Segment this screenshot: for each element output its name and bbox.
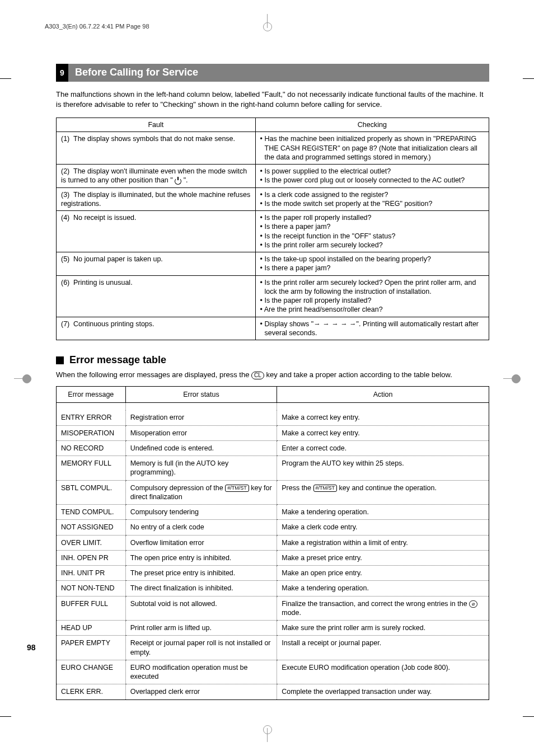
- tmst-key-icon: #/TM/ST: [225, 485, 249, 492]
- tick-mark: [0, 78, 11, 79]
- error-section-title: Error message table: [69, 354, 166, 367]
- error-status-cell: Misoperation error: [125, 425, 277, 440]
- error-action-cell: Enter a correct code.: [277, 440, 489, 456]
- tick-mark: [523, 78, 534, 79]
- crop-mark-top: [261, 17, 273, 28]
- error-status-cell: The open price entry is inhibited.: [125, 550, 277, 565]
- error-status-cell: Undefined code is entered.: [125, 440, 277, 456]
- error-msg-cell: HEAD UP: [57, 621, 126, 636]
- error-section-intro: When the following error messages are di…: [56, 370, 489, 380]
- error-action-cell: Make a registration within a limit of en…: [277, 535, 489, 550]
- error-msg-cell: TEND COMPUL.: [57, 505, 126, 520]
- error-status-cell: The direct finalization is inhibited.: [125, 581, 277, 596]
- error-status-cell: Registration error: [125, 410, 277, 425]
- error-section-header: Error message table: [56, 354, 489, 367]
- error-status-cell: Overflow limitation error: [125, 535, 277, 550]
- page-meta-header: A303_3(En) 06.7.22 4:41 PM Page 98: [45, 22, 506, 30]
- error-action-cell: Program the AUTO key within 25 steps.: [277, 456, 489, 481]
- cl-key-icon: CL: [251, 372, 264, 379]
- error-status-cell: Print roller arm is lifted up.: [125, 621, 277, 636]
- error-action-cell: Make sure the print roller arm is surely…: [277, 621, 489, 636]
- crop-mark-bottom: [261, 728, 273, 739]
- error-status-cell: The preset price entry is inhibited.: [125, 566, 277, 581]
- tmst-key-icon: #/TM/ST: [313, 485, 338, 492]
- error-action-cell: Complete the overlapped transaction unde…: [277, 684, 489, 699]
- error-msg-cell: MEMORY FULL: [57, 456, 126, 481]
- error-action-cell: Make a correct key entry.: [277, 410, 489, 425]
- error-status-cell: Overlapped clerk error: [125, 684, 277, 699]
- section-title: Before Calling for Service: [68, 64, 489, 81]
- fault-cell: (4)No receipt is issued.: [57, 211, 256, 252]
- error-msg-cell: ENTRY ERROR: [57, 410, 126, 425]
- checking-cell: • Display shows "→ → → → →". Printing wi…: [255, 317, 489, 340]
- error-msg-cell: NO RECORD: [57, 440, 126, 456]
- tick-mark: [523, 716, 534, 717]
- error-status-cell: Compulsory tendering: [125, 505, 277, 520]
- error-msg-cell: NOT NON-TEND: [57, 581, 126, 596]
- error-msg-cell: SBTL COMPUL.: [57, 480, 126, 505]
- error-table-header-msg: Error message: [57, 386, 126, 402]
- error-action-cell: Make a tendering operation.: [277, 505, 489, 520]
- fault-cell: (1)The display shows symbols that do not…: [57, 132, 256, 165]
- error-action-cell: Make a correct key entry.: [277, 425, 489, 440]
- error-action-cell: Make a preset price entry.: [277, 550, 489, 565]
- error-table: Error message Error status Action ENTRY …: [56, 386, 489, 700]
- error-msg-cell: OVER LIMIT.: [57, 535, 126, 550]
- error-msg-cell: EURO CHANGE: [57, 660, 126, 684]
- error-action-cell: Make an open price entry.: [277, 566, 489, 581]
- bullet-square-icon: [56, 356, 64, 364]
- error-msg-cell: MISOPERATION: [57, 425, 126, 440]
- fault-cell: (5)No journal paper is taken up.: [57, 252, 256, 276]
- checking-cell: • Is the paper roll properly installed?•…: [255, 211, 489, 252]
- checking-cell: • Is the print roller arm securely locke…: [255, 275, 489, 317]
- error-status-cell: Receipt or journal paper roll is not ins…: [125, 636, 277, 660]
- error-status-cell: No entry of a clerk code: [125, 520, 277, 535]
- checking-cell: • Is the take-up spool installed on the …: [255, 252, 489, 276]
- error-action-cell: Execute EURO modification operation (Job…: [277, 660, 489, 684]
- fault-cell: (6)Printing is unusual.: [57, 275, 256, 317]
- fault-cell: (7)Continuous printing stops.: [57, 317, 256, 340]
- error-action-cell: Make a tendering operation.: [277, 581, 489, 596]
- tick-mark: [0, 716, 11, 717]
- error-msg-cell: INH. OPEN PR: [57, 550, 126, 565]
- fault-table-header-checking: Checking: [255, 118, 489, 132]
- crop-mark-right: [506, 373, 517, 384]
- error-status-cell: Memory is full (in the AUTO key programm…: [125, 456, 277, 481]
- checking-cell: • Is power supplied to the electrical ou…: [255, 165, 489, 188]
- fault-cell: (2)The display won't illuminate even whe…: [57, 165, 256, 188]
- checking-cell: • Has the machine been initialized prope…: [255, 132, 489, 165]
- error-action-cell: Press the #/TM/ST key and continue the o…: [277, 480, 489, 505]
- error-action-cell: Finalize the transaction, and correct th…: [277, 596, 489, 621]
- error-msg-cell: BUFFER FULL: [57, 596, 126, 621]
- error-msg-cell: PAPER EMPTY: [57, 636, 126, 660]
- error-msg-cell: NOT ASSIGNED: [57, 520, 126, 535]
- section-number: 9: [56, 64, 68, 81]
- error-table-header-status: Error status: [125, 386, 277, 402]
- error-action-cell: Make a clerk code entry.: [277, 520, 489, 535]
- error-status-cell: Subtotal void is not allowed.: [125, 596, 277, 621]
- fault-table: Fault Checking (1)The display shows symb…: [56, 118, 489, 340]
- section-header: 9 Before Calling for Service: [56, 64, 489, 81]
- section-intro: The malfunctions shown in the left-hand …: [56, 90, 489, 110]
- page-number: 98: [27, 642, 36, 652]
- crop-mark-left: [17, 373, 28, 384]
- fault-table-header-fault: Fault: [57, 118, 256, 132]
- power-icon: [175, 177, 181, 184]
- checking-cell: • Is a clerk code assigned to the regist…: [255, 187, 489, 211]
- error-status-cell: Compulsory depression of the #/TM/ST key…: [125, 480, 277, 505]
- error-msg-cell: INH. UNIT PR: [57, 566, 126, 581]
- void-key-icon: ⌀: [469, 600, 477, 608]
- error-table-header-action: Action: [277, 386, 489, 402]
- fault-cell: (3)The display is illuminated, but the w…: [57, 187, 256, 211]
- error-status-cell: EURO modification operation must be exec…: [125, 660, 277, 684]
- error-msg-cell: CLERK ERR.: [57, 684, 126, 699]
- error-action-cell: Install a receipt or journal paper.: [277, 636, 489, 660]
